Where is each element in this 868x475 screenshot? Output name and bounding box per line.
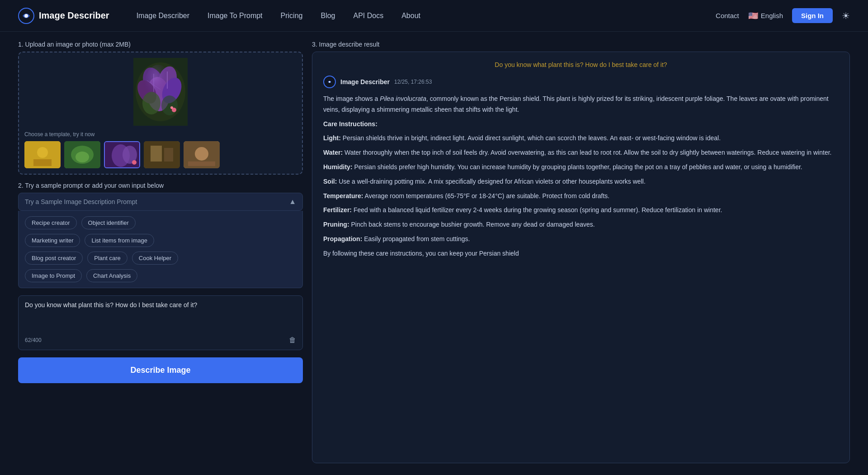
svg-point-15 — [170, 106, 173, 109]
result-section-label: 3. Image describe result — [312, 41, 850, 48]
language-label: English — [761, 12, 783, 19]
chip-cook-helper[interactable]: Cook Helper — [132, 252, 178, 265]
right-panel: 3. Image describe result Do you know wha… — [312, 41, 850, 466]
prompt-chips: Recipe creator Object identifier Marketi… — [18, 211, 303, 288]
care-water: Water: Water thoroughly when the top inc… — [323, 147, 839, 158]
chip-blog-post[interactable]: Blog post creator — [25, 252, 83, 265]
chips-row-2: Marketing writer List items from image — [25, 234, 296, 247]
chip-image-to-prompt[interactable]: Image to Prompt — [25, 269, 82, 282]
logo-icon — [18, 8, 34, 24]
nav: Image Describer Image To Prompt Pricing … — [137, 12, 716, 20]
uploaded-image-container — [24, 58, 297, 126]
prompt-dropdown[interactable]: Try a Sample Image Description Prompt ▲ — [18, 193, 303, 211]
chip-marketing-writer[interactable]: Marketing writer — [25, 234, 80, 247]
svg-point-31 — [195, 147, 208, 161]
chips-row-1: Recipe creator Object identifier — [25, 216, 296, 229]
trash-icon[interactable]: 🗑 — [289, 336, 296, 344]
nav-about[interactable]: About — [401, 12, 420, 20]
header-right: Contact 🇺🇸 English Sign In ☀ — [716, 8, 850, 23]
template-thumb-1[interactable] — [24, 141, 61, 168]
logo-text: Image Describer — [39, 10, 109, 21]
main-content: 1. Upload an image or photo (max 2MB) — [0, 32, 868, 475]
care-propagation: Propagation: Easily propagated from stem… — [323, 234, 839, 245]
svg-point-22 — [75, 152, 89, 162]
dropdown-placeholder: Try a Sample Image Description Prompt — [25, 198, 137, 205]
prompt-section-label: 2. Try a sample prompt or add your own i… — [18, 182, 303, 189]
logo-area: Image Describer — [18, 8, 109, 24]
care-soil: Soil: Use a well-draining potting mix. A… — [323, 176, 839, 187]
describe-image-button[interactable]: Describe Image — [18, 357, 303, 383]
textarea-footer: 62/400 🗑 — [25, 336, 296, 344]
care-heading: Care Instructions: — [323, 119, 839, 130]
chip-recipe-creator[interactable]: Recipe creator — [25, 216, 77, 229]
prompt-textarea-container: 62/400 🗑 — [18, 295, 303, 350]
response-header: Image Describer 12/25, 17:26:53 — [323, 76, 839, 88]
language-selector[interactable]: 🇺🇸 English — [748, 11, 783, 21]
contact-link[interactable]: Contact — [716, 12, 739, 19]
uploaded-plant-image — [133, 58, 188, 126]
svg-rect-29 — [164, 148, 173, 162]
sign-in-button[interactable]: Sign In — [792, 8, 833, 23]
chip-chart-analysis[interactable]: Chart Analysis — [86, 269, 137, 282]
nav-api-docs[interactable]: API Docs — [354, 12, 384, 20]
left-panel: 1. Upload an image or photo (max 2MB) — [18, 41, 303, 466]
response-intro: The image shows a Pilea involucrata, com… — [323, 94, 839, 115]
care-pruning: Pruning: Pinch back stems to encourage b… — [323, 219, 839, 230]
nav-pricing[interactable]: Pricing — [281, 12, 303, 20]
template-thumb-2[interactable] — [64, 141, 100, 168]
template-thumbnails — [24, 141, 297, 168]
chips-row-4: Image to Prompt Chart Analysis — [25, 269, 296, 282]
care-light: Light: Persian shields thrive in bright,… — [323, 133, 839, 144]
nav-blog[interactable]: Blog — [321, 12, 335, 20]
char-count: 62/400 — [25, 337, 42, 343]
svg-rect-28 — [151, 146, 162, 162]
svg-rect-32 — [188, 162, 215, 166]
chevron-up-icon: ▲ — [289, 198, 296, 206]
svg-point-1 — [24, 14, 28, 18]
upload-section: 1. Upload an image or photo (max 2MB) — [18, 41, 303, 175]
prompt-section: 2. Try a sample prompt or add your own i… — [18, 182, 303, 288]
result-box: Do you know what plant this is? How do I… — [312, 52, 850, 463]
care-fertilizer: Fertilizer: Feed with a balanced liquid … — [323, 205, 839, 216]
chips-row-3: Blog post creator Plant care Cook Helper — [25, 252, 296, 265]
upload-area[interactable]: Choose a template, try it now — [18, 52, 303, 175]
upload-label: 1. Upload an image or photo (max 2MB) — [18, 41, 303, 48]
template-section-label: Choose a template, try it now — [24, 131, 297, 138]
nav-image-describer[interactable]: Image Describer — [137, 12, 189, 20]
template-thumb-5[interactable] — [184, 141, 220, 168]
care-closing: By following these care instructions, yo… — [323, 248, 839, 259]
care-temperature: Temperature: Average room temperatures (… — [323, 191, 839, 202]
svg-point-26 — [132, 160, 137, 165]
template-thumb-3[interactable] — [104, 141, 140, 168]
care-humidity: Humidity: Persian shields prefer high hu… — [323, 162, 839, 173]
svg-point-16 — [145, 65, 172, 105]
flag-icon: 🇺🇸 — [748, 11, 758, 21]
chip-object-identifier[interactable]: Object identifier — [81, 216, 136, 229]
template-thumb-4[interactable] — [144, 141, 180, 168]
user-question: Do you know what plant this is? How do I… — [323, 61, 839, 68]
bot-avatar — [323, 76, 336, 88]
chip-list-items[interactable]: List items from image — [85, 234, 154, 247]
prompt-textarea[interactable] — [25, 301, 296, 333]
chip-plant-care[interactable]: Plant care — [87, 252, 127, 265]
theme-toggle-button[interactable]: ☀ — [842, 10, 850, 21]
timestamp: 12/25, 17:26:53 — [394, 79, 432, 85]
nav-image-to-prompt[interactable]: Image To Prompt — [208, 12, 263, 20]
bot-name: Image Describer — [340, 78, 390, 86]
svg-point-18 — [37, 147, 48, 158]
header: Image Describer Image Describer Image To… — [0, 0, 868, 32]
svg-point-33 — [329, 81, 330, 83]
svg-rect-19 — [33, 159, 52, 166]
response-text: The image shows a Pilea involucrata, com… — [323, 94, 839, 259]
